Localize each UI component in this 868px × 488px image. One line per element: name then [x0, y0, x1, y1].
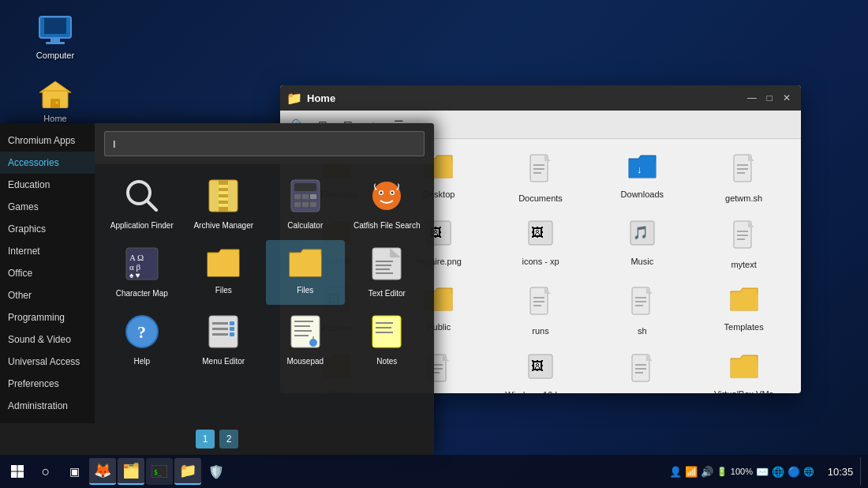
app-item-files[interactable]: Files — [185, 240, 264, 305]
fm-close-btn[interactable]: ✕ — [779, 90, 795, 106]
sidebar-item-preferences[interactable]: Preferences — [0, 373, 95, 395]
svg-line-63 — [147, 201, 156, 210]
fm-file-icons---xp[interactable]: 🖼 icons - xp — [493, 215, 589, 275]
svg-rect-19 — [737, 164, 748, 166]
sidebar-item-games[interactable]: Games — [0, 196, 95, 218]
fm-file-mytext[interactable]: mytext — [696, 215, 791, 275]
app-item-mousepad[interactable]: Mousepad — [266, 308, 345, 373]
svg-rect-75 — [294, 202, 301, 207]
taskbar-firefox-btn[interactable]: 🦊 — [89, 458, 116, 485]
svg-text:🖼: 🖼 — [531, 226, 544, 239]
sidebar-item-education[interactable]: Education — [0, 174, 95, 196]
app-item-calculator[interactable]: Calculator — [266, 172, 345, 237]
app-item-menu-editor[interactable]: Menu Editor — [185, 308, 264, 373]
taskbar-files-btn[interactable]: 🗂️ — [118, 458, 144, 485]
svg-rect-100 — [212, 333, 228, 336]
svg-rect-59 — [635, 368, 646, 370]
app-icon-app-finder — [125, 178, 159, 218]
app-item-files-sel[interactable]: Files — [266, 240, 345, 305]
fm-file-icon — [729, 353, 759, 386]
svg-rect-58 — [635, 364, 646, 366]
sidebar-item-accessories[interactable]: Accessories — [0, 152, 95, 174]
sidebar-item-graphics[interactable]: Graphics — [0, 218, 95, 240]
tray-network-icon[interactable]: 🌐 — [803, 467, 814, 477]
app-item-catfish[interactable]: Catfish File Search — [348, 172, 427, 237]
sidebar-item-internet[interactable]: Internet — [0, 240, 95, 262]
fm-file-icon — [630, 286, 654, 323]
app-item-app-finder[interactable]: Application Finder — [103, 172, 181, 237]
svg-rect-112 — [376, 322, 393, 324]
fm-maximize-btn[interactable]: □ — [761, 90, 777, 106]
app-item-notes[interactable]: Notes — [348, 308, 427, 373]
fm-file-label: Music — [630, 257, 653, 267]
sidebar-item-administration[interactable]: Administration — [0, 395, 95, 417]
fm-file-label: icons - xp — [522, 257, 559, 267]
fm-file-music[interactable]: 🎵 Music — [594, 215, 690, 275]
svg-rect-105 — [294, 321, 313, 322]
sidebar-item-programming[interactable]: Programming — [0, 306, 95, 328]
fm-file-windows-10-icons[interactable]: 🖼 Windows 10 Icons — [493, 348, 589, 393]
fm-file-winshell[interactable]: winshell — [594, 348, 690, 393]
tray-globe-icon[interactable]: 🌐 — [772, 466, 784, 478]
desktop-icon-home[interactable]: Home — [24, 71, 87, 126]
taskbar-windows-btn[interactable] — [4, 458, 31, 485]
app-label-menu-editor: Menu Editor — [202, 357, 245, 366]
fm-file-documents[interactable]: Documents — [493, 148, 589, 208]
fm-file-sh[interactable]: sh — [594, 281, 690, 341]
svg-rect-118 — [18, 472, 24, 479]
svg-rect-32 — [737, 235, 748, 236]
fm-file-label: getwm.sh — [725, 193, 762, 204]
home-folder-icon — [36, 74, 74, 112]
tray-battery-icon[interactable]: 🔋 — [716, 467, 728, 477]
fm-file-virtualbox-vms[interactable]: VirtualBox VMs — [696, 348, 791, 393]
tray-volume-icon[interactable]: 🔊 — [701, 466, 713, 478]
fm-file-runs[interactable]: runs — [493, 281, 589, 341]
svg-rect-31 — [737, 231, 748, 232]
app-label-text-editor: Text Editor — [369, 289, 406, 298]
fm-minimize-btn[interactable]: — — [744, 90, 760, 106]
tray-mail-icon[interactable]: ✉️ — [756, 466, 769, 478]
taskbar-taskview-btn[interactable]: ▣ — [61, 458, 88, 485]
svg-text:A Ω: A Ω — [129, 253, 144, 262]
fm-file-icon — [732, 220, 756, 257]
taskbar-folder-btn[interactable]: 📁 — [174, 458, 201, 485]
svg-rect-91 — [376, 261, 393, 262]
sidebar-item-other[interactable]: Other — [0, 284, 95, 306]
taskbar-show-desktop[interactable] — [860, 457, 865, 486]
app-icon-help: ? — [125, 314, 159, 354]
svg-rect-40 — [533, 301, 544, 302]
svg-rect-39 — [533, 297, 544, 298]
app-item-character-map[interactable]: A Ωα β♠ ♥ Character Map — [103, 240, 181, 305]
sidebar-item-sound-video[interactable]: Sound & Video — [0, 328, 95, 351]
fm-file-label: Windows 10 Icons — [505, 390, 575, 393]
page-btn-2[interactable]: 2 — [219, 430, 238, 449]
svg-rect-107 — [294, 330, 312, 332]
app-label-notes: Notes — [376, 357, 397, 366]
fm-file-icon: 🖼 — [527, 220, 554, 253]
start-search-input[interactable] — [104, 131, 425, 156]
tray-person-icon[interactable]: 👤 — [669, 466, 682, 478]
svg-rect-61 — [731, 360, 758, 377]
app-item-archive-manager[interactable]: Archive Manager — [185, 172, 264, 237]
fm-file-getwm.sh[interactable]: getwm.sh — [696, 148, 791, 208]
tray-wifi-icon[interactable]: 📶 — [685, 466, 698, 478]
tray-bluetooth-icon[interactable]: 🔵 — [788, 466, 800, 478]
desktop-icon-computer[interactable]: Computer — [24, 8, 87, 63]
app-item-text-editor[interactable]: Text Editor — [348, 240, 427, 305]
taskbar-search-btn[interactable]: ○ — [32, 458, 59, 485]
sidebar-item-chromium-apps[interactable]: Chromium Apps — [0, 130, 95, 152]
fm-title: Home — [307, 92, 743, 104]
svg-text:♠ ♥: ♠ ♥ — [129, 271, 140, 280]
svg-rect-33 — [737, 238, 745, 240]
svg-point-78 — [372, 182, 401, 210]
app-item-help[interactable]: ? Help — [103, 308, 181, 373]
sidebar-item-universal-access[interactable]: Universal Access — [0, 351, 95, 373]
taskbar-terminal-btn[interactable]: $_ — [146, 458, 173, 485]
fm-file-templates[interactable]: Templates — [696, 281, 791, 341]
svg-point-7 — [56, 102, 58, 104]
fm-file-downloads[interactable]: ↓ Downloads — [594, 148, 690, 208]
svg-rect-60 — [635, 372, 643, 374]
sidebar-item-office[interactable]: Office — [0, 262, 95, 284]
taskbar-shield-btn[interactable]: 🛡️ — [203, 458, 230, 485]
page-btn-1[interactable]: 1 — [196, 430, 215, 449]
